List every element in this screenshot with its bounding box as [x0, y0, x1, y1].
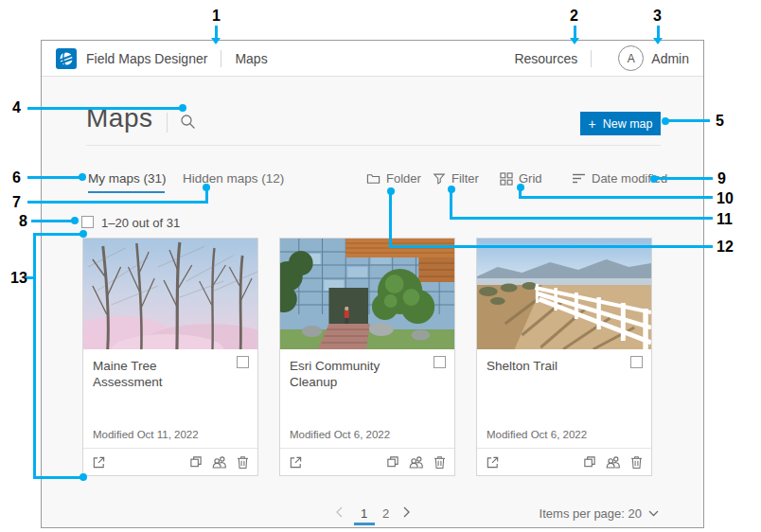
pagination-page-2[interactable]: 2 — [382, 506, 389, 521]
sort-icon — [572, 172, 586, 185]
folder-icon — [366, 171, 380, 186]
share-group-icon[interactable] — [606, 455, 621, 469]
card-checkbox[interactable] — [434, 356, 446, 368]
callout-2-line — [574, 26, 576, 39]
callout-5-dot — [662, 117, 669, 125]
username-menu[interactable]: Admin — [651, 51, 689, 66]
delete-icon[interactable] — [434, 455, 446, 470]
header-divider — [221, 50, 221, 67]
callout-6-line — [27, 176, 82, 179]
callout-12-dot — [387, 187, 395, 195]
callout-11-line — [450, 189, 452, 220]
pagination-prev-icon[interactable] — [335, 506, 344, 521]
callout-9-label: 9 — [717, 170, 726, 187]
chevron-down-icon — [648, 510, 659, 517]
duplicate-icon[interactable] — [583, 455, 596, 469]
card-checkbox[interactable] — [630, 356, 643, 368]
callout-4-line — [27, 107, 183, 110]
callout-12-line — [389, 191, 392, 248]
card-title: Esri Community Cleanup — [290, 358, 422, 390]
resources-link[interactable]: Resources — [514, 51, 577, 66]
card-footer — [280, 448, 454, 475]
share-group-icon[interactable] — [212, 455, 227, 469]
folder-button[interactable]: Folder — [366, 171, 421, 186]
callout-11-line — [450, 217, 713, 220]
callout-3-label: 3 — [653, 8, 662, 25]
card-title: Maine Tree Assessment — [93, 358, 225, 390]
card-title: Shelton Trail — [487, 358, 619, 374]
open-map-icon[interactable] — [486, 455, 500, 470]
delete-icon[interactable] — [237, 455, 249, 470]
filter-icon — [433, 171, 446, 186]
callout-11-dot — [448, 186, 455, 193]
card-body: Shelton Trail Modified Oct 6, 2022 — [477, 349, 651, 449]
callout-13-dot — [80, 230, 87, 238]
filter-button[interactable]: Filter — [433, 171, 479, 186]
nav-maps[interactable]: Maps — [235, 51, 267, 66]
callout-13-dot — [80, 473, 87, 481]
callout-4-label: 4 — [12, 99, 21, 116]
items-per-page-select[interactable]: Items per page: 20 — [540, 506, 659, 521]
callout-9-line — [654, 177, 713, 180]
search-icon[interactable] — [180, 114, 196, 133]
select-all-checkbox[interactable] — [81, 216, 94, 228]
callout-13-line — [36, 233, 83, 236]
card-footer — [477, 448, 651, 475]
map-card[interactable]: Maine Tree Assessment Modified Oct 11, 2… — [82, 238, 258, 476]
callout-11-label: 11 — [717, 211, 733, 228]
callout-13-label: 13 — [10, 270, 27, 287]
title-divider — [167, 113, 168, 133]
field-maps-designer-window: Field Maps Designer Maps Resources A Adm… — [41, 40, 704, 528]
map-thumbnail-trail — [477, 239, 651, 349]
open-map-icon[interactable] — [92, 455, 106, 470]
active-tab-underline — [88, 191, 165, 193]
card-body: Esri Community Cleanup Modified Oct 6, 2… — [280, 349, 454, 449]
callout-7-dot — [203, 184, 210, 191]
callout-10-dot — [517, 184, 524, 191]
map-card[interactable]: Shelton Trail Modified Oct 6, 2022 — [476, 238, 652, 476]
delete-icon[interactable] — [630, 455, 643, 470]
callout-10-label: 10 — [717, 190, 734, 207]
callout-4-dot — [179, 104, 186, 112]
duplicate-icon[interactable] — [189, 455, 203, 469]
plus-icon: + — [589, 116, 596, 132]
map-thumbnail-bare-trees — [83, 239, 257, 349]
tab-hidden-maps[interactable]: Hidden maps (12) — [183, 171, 284, 186]
callout-12-label: 12 — [717, 239, 734, 256]
callout-5-label: 5 — [716, 113, 724, 130]
callout-13-line — [33, 233, 36, 479]
tab-my-maps[interactable]: My maps (31) — [88, 171, 167, 186]
card-body: Maine Tree Assessment Modified Oct 11, 2… — [83, 349, 257, 449]
pagination-next-icon[interactable] — [402, 506, 411, 521]
card-checkbox[interactable] — [237, 356, 249, 368]
callout-13-line — [36, 476, 83, 479]
pagination-page-1[interactable]: 1 — [361, 506, 367, 521]
card-modified-date: Modified Oct 6, 2022 — [290, 429, 390, 440]
duplicate-icon[interactable] — [386, 455, 399, 469]
callout-3-line — [657, 26, 660, 39]
callout-2-arrow — [570, 38, 579, 44]
app-header: Field Maps Designer Maps Resources A Adm… — [42, 41, 703, 77]
screenshot-canvas: Field Maps Designer Maps Resources A Adm… — [0, 0, 761, 532]
pagination-active-underline — [354, 523, 375, 525]
callout-6-dot — [79, 173, 86, 181]
card-modified-date: Modified Oct 6, 2022 — [487, 429, 587, 440]
callout-2-label: 2 — [570, 8, 578, 25]
map-card[interactable]: Esri Community Cleanup Modified Oct 6, 2… — [279, 238, 455, 476]
header-divider — [591, 50, 592, 67]
open-map-icon[interactable] — [289, 455, 303, 470]
callout-8-dot — [71, 217, 79, 224]
callout-6-label: 6 — [12, 169, 21, 186]
share-group-icon[interactable] — [409, 455, 424, 469]
callout-1-label: 1 — [212, 8, 221, 25]
avatar[interactable]: A — [618, 45, 644, 71]
card-modified-date: Modified Oct 11, 2022 — [93, 429, 199, 440]
card-footer — [83, 448, 257, 475]
items-count-label: 1–20 out of 31 — [101, 216, 180, 230]
grid-icon — [500, 172, 513, 186]
callout-8-label: 8 — [19, 213, 27, 230]
map-thumbnail-building — [280, 239, 454, 349]
callout-12-line — [389, 245, 713, 248]
new-map-button[interactable]: + New map — [580, 112, 661, 135]
callout-1-line — [215, 26, 218, 39]
